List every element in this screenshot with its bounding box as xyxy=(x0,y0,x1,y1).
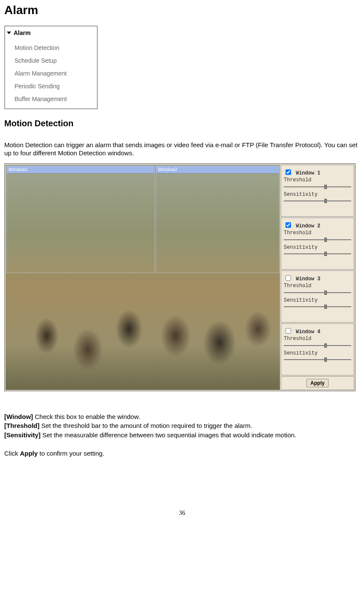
menu-item-schedule-setup[interactable]: Schedule Setup xyxy=(15,54,97,67)
window-3-sensitivity-label: Sensitivity xyxy=(284,297,351,304)
window-3-label: Window 3 xyxy=(296,276,320,282)
def-window: [Window] Check this box to enable the wi… xyxy=(4,413,360,421)
window-3-checkbox-row[interactable]: Window 3 xyxy=(284,276,320,282)
page-title: Alarm xyxy=(4,3,360,18)
window-4-threshold-slider[interactable] xyxy=(284,343,351,348)
motion-window-1[interactable]: Window1 xyxy=(6,166,155,273)
window-1-controls: Window 1 Threshold Sensitivity xyxy=(281,165,354,217)
window-2-checkbox[interactable] xyxy=(285,222,291,228)
apply-row: Apply xyxy=(281,376,354,390)
window-3-checkbox[interactable] xyxy=(285,275,291,281)
window-4-controls: Window 4 Threshold Sensitivity xyxy=(281,323,354,375)
window-1-checkbox[interactable] xyxy=(285,169,291,175)
section-title: Motion Detection xyxy=(4,118,360,129)
window-1-threshold-label: Threshold xyxy=(284,177,351,184)
window-3-controls: Window 3 Threshold Sensitivity xyxy=(281,270,354,323)
window-4-label: Window 4 xyxy=(296,329,320,335)
motion-window-2-title: Window2 xyxy=(156,166,279,174)
video-area: Window1 Window2 xyxy=(6,165,280,390)
window-3-threshold-slider[interactable] xyxy=(284,291,351,295)
def-sensitivity: [Sensitivity] Set the measurable differe… xyxy=(4,431,360,439)
intro-text: Motion Detection can trigger an alarm th… xyxy=(4,141,360,157)
window-2-threshold-slider[interactable] xyxy=(284,238,351,242)
side-panel: Window 1 Threshold Sensitivity Window 2 … xyxy=(281,165,354,390)
window-1-threshold-slider[interactable] xyxy=(284,185,351,189)
window-1-label: Window 1 xyxy=(296,170,320,176)
def-threshold: [Threshold] Set the threshold bar to the… xyxy=(4,421,360,430)
window-3-sensitivity-slider[interactable] xyxy=(284,305,351,309)
menu-item-alarm-management[interactable]: Alarm Management xyxy=(15,67,97,80)
alarm-menu-header-label: Alarm xyxy=(14,29,31,37)
menu-item-buffer-management[interactable]: Buffer Management xyxy=(15,93,97,105)
window-4-sensitivity-label: Sensitivity xyxy=(284,350,351,357)
confirm-text: Click Apply to confirm your setting. xyxy=(4,449,360,458)
chevron-down-icon xyxy=(7,32,11,34)
motion-window-1-title: Window1 xyxy=(7,166,154,174)
page-number: 36 xyxy=(4,509,360,517)
window-1-checkbox-row[interactable]: Window 1 xyxy=(284,170,320,176)
window-2-sensitivity-label: Sensitivity xyxy=(284,244,351,251)
window-4-threshold-label: Threshold xyxy=(284,336,351,343)
menu-item-periodic-sending[interactable]: Periodic Sending xyxy=(15,80,97,93)
apply-button[interactable]: Apply xyxy=(306,379,328,387)
definitions: [Window] Check this box to enable the wi… xyxy=(4,413,360,439)
window-2-threshold-label: Threshold xyxy=(284,230,351,237)
motion-detection-figure: Window1 Window2 Window 1 Threshold Sensi… xyxy=(4,163,355,391)
alarm-menu: Alarm Motion Detection Schedule Setup Al… xyxy=(4,26,98,109)
window-3-threshold-label: Threshold xyxy=(284,283,351,290)
motion-window-2[interactable]: Window2 xyxy=(156,166,280,273)
crowd-image xyxy=(6,255,280,390)
window-4-checkbox-row[interactable]: Window 4 xyxy=(284,329,320,335)
window-1-sensitivity-label: Sensitivity xyxy=(284,192,351,198)
alarm-menu-header[interactable]: Alarm xyxy=(5,26,97,39)
window-2-checkbox-row[interactable]: Window 2 xyxy=(284,223,320,229)
window-2-sensitivity-slider[interactable] xyxy=(284,252,351,256)
window-1-sensitivity-slider[interactable] xyxy=(284,199,351,203)
window-4-checkbox[interactable] xyxy=(285,328,291,334)
window-2-controls: Window 2 Threshold Sensitivity xyxy=(281,218,354,270)
window-2-label: Window 2 xyxy=(296,223,320,229)
menu-item-motion-detection[interactable]: Motion Detection xyxy=(15,41,97,54)
window-4-sensitivity-slider[interactable] xyxy=(284,358,351,362)
